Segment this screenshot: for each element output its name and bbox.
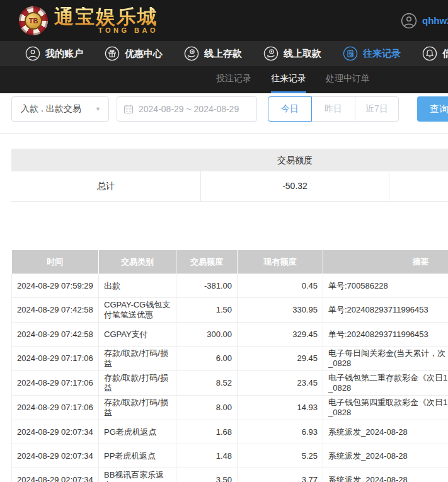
records-table: 时间 交易类别 交易额度 现有额度 摘要 2024-08-29 07:59:29… xyxy=(11,250,448,482)
cell-type: 存款/取款/打码/损益 xyxy=(99,371,176,396)
summary-header-empty xyxy=(11,149,200,171)
col-balance: 现有额度 xyxy=(238,250,323,274)
transaction-type-select[interactable]: 入款 . 出款交易 ▼ xyxy=(11,96,109,122)
col-time: 时间 xyxy=(12,250,99,274)
bell-icon xyxy=(422,46,437,61)
cell-balance: 330.95 xyxy=(238,298,323,323)
nav-item-transaction-records[interactable]: 往来记录 xyxy=(343,46,401,61)
summary-header-empty2 xyxy=(389,149,448,171)
table-row: 2024-08-29 02:07:34 PP老虎机返点 1.48 5.25 系统… xyxy=(12,444,448,468)
cell-time: 2024-08-29 07:59:29 xyxy=(12,274,99,298)
quick-range-group: 今日 昨日 近7日 xyxy=(268,96,399,122)
date-range-value: 2024-08-29 ~ 2024-08-29 xyxy=(139,104,239,114)
cell-time: 2024-08-29 02:07:34 xyxy=(12,444,99,468)
search-button[interactable]: 查询 xyxy=(417,96,448,122)
cell-type: 存款/取款/打码/损益 xyxy=(99,396,176,420)
cell-balance: 29.45 xyxy=(238,347,323,371)
table-row: 2024-08-29 07:17:06 存款/取款/打码/损益 6.00 29.… xyxy=(12,347,448,371)
user-account[interactable]: qhhw2 xyxy=(401,0,448,41)
nav-label: 线上存款 xyxy=(204,48,242,60)
main-nav: 我的账户 优惠中心 线上存款 线上 xyxy=(0,41,448,66)
user-icon xyxy=(25,46,40,61)
cell-amount: 8.52 xyxy=(176,371,238,396)
tab-pending-orders[interactable]: 处理中订单 xyxy=(326,66,370,93)
summary-header-row: 交易额度 xyxy=(11,149,448,171)
cell-summary: 单号:700586228 xyxy=(323,274,448,298)
deposit-icon xyxy=(184,46,199,61)
col-type: 交易类别 xyxy=(99,250,176,274)
table-row: 2024-08-29 07:17:06 存款/取款/打码/损益 8.52 23.… xyxy=(12,371,448,396)
gift-icon xyxy=(105,46,120,61)
cell-time: 2024-08-29 02:07:34 xyxy=(12,468,99,482)
nav-label: 往来记录 xyxy=(363,48,401,60)
nav-item-deposit[interactable]: 线上存款 xyxy=(184,46,242,61)
cell-type: 出款 xyxy=(99,274,176,298)
cell-summary: 系统派发_2024-08-28 xyxy=(323,420,448,444)
logo-subtitle: TONG BAO xyxy=(54,27,158,34)
chip-badge: TB xyxy=(25,12,42,30)
col-summary: 摘要 xyxy=(323,250,448,274)
chevron-down-icon: ▼ xyxy=(95,106,101,112)
cell-type: 存款/取款/打码/损益 xyxy=(99,347,176,371)
nav-item-messages[interactable]: 信息 xyxy=(422,46,448,61)
records-icon xyxy=(343,46,358,61)
cell-summary: 单号:202408293711996453 xyxy=(323,298,448,323)
nav-item-promotions[interactable]: 优惠中心 xyxy=(105,46,163,61)
date-range-input[interactable]: 2024-08-29 ~ 2024-08-29 xyxy=(117,96,257,122)
cell-amount: 6.00 xyxy=(176,347,238,371)
cell-summary: 系统派发_2024-08-28 xyxy=(323,444,448,468)
table-row: 2024-08-29 02:07:34 PG老虎机返点 1.68 6.93 系统… xyxy=(12,420,448,444)
cell-type: CGPAY-CG钱包支付笔笔送优惠 xyxy=(99,298,176,323)
cell-amount: 3.50 xyxy=(176,468,238,482)
cell-summary: 系统派发_2024-08-28 xyxy=(323,468,448,482)
nav-item-my-account[interactable]: 我的账户 xyxy=(25,46,83,61)
summary-total-value: -50.32 xyxy=(200,171,389,201)
cell-time: 2024-08-29 07:17:06 xyxy=(12,371,99,396)
cell-summary: 单号:202408293711996453 xyxy=(323,323,448,347)
cell-time: 2024-08-29 07:42:58 xyxy=(12,323,99,347)
cell-amount: 1.68 xyxy=(176,420,238,444)
cell-time: 2024-08-29 07:42:58 xyxy=(12,298,99,323)
table-row: 2024-08-29 07:59:29 出款 -381.00 0.45 单号:7… xyxy=(12,274,448,298)
site-logo[interactable]: TB 通宝娱乐城 TONG BAO xyxy=(19,6,158,35)
filter-bar: 入款 . 出款交易 ▼ 2024-08-29 ~ 2024-08-29 今日 昨… xyxy=(0,93,448,134)
tab-bet-records[interactable]: 投注记录 xyxy=(216,66,251,93)
nav-label: 线上取款 xyxy=(284,48,321,60)
top-bar: TB 通宝娱乐城 TONG BAO qhhw2 xyxy=(0,0,448,41)
cell-amount: 8.00 xyxy=(176,396,238,420)
withdraw-icon xyxy=(263,46,279,61)
cell-amount: 300.00 xyxy=(176,323,238,347)
cell-summary: 电子钱包第二重存款彩金《次日1 _0828 xyxy=(323,371,448,396)
cell-balance: 3.77 xyxy=(238,468,323,482)
nav-item-withdraw[interactable]: 线上取款 xyxy=(263,46,321,61)
calendar-icon xyxy=(123,104,134,114)
tab-transaction-records[interactable]: 往来记录 xyxy=(271,66,306,93)
summary-total-label: 总计 xyxy=(11,171,200,201)
yesterday-button[interactable]: 昨日 xyxy=(311,96,355,122)
nav-label: 我的账户 xyxy=(45,48,83,60)
user-avatar-icon xyxy=(401,13,417,29)
sub-nav: 投注记录 往来记录 处理中订单 xyxy=(0,66,448,93)
records-header-row: 时间 交易类别 交易额度 现有额度 摘要 xyxy=(12,250,448,274)
cell-type: PG老虎机返点 xyxy=(99,420,176,444)
table-row: 2024-08-29 07:17:06 存款/取款/打码/损益 8.00 14.… xyxy=(12,396,448,420)
cell-balance: 5.25 xyxy=(238,444,323,468)
cell-balance: 0.45 xyxy=(238,274,323,298)
table-row: 2024-08-29 07:42:58 CGPAY-CG钱包支付笔笔送优惠 1.… xyxy=(12,298,448,323)
logo-title: 通宝娱乐城 xyxy=(54,7,158,26)
today-button[interactable]: 今日 xyxy=(268,96,312,122)
summary-table: 交易额度 总计 -50.32 xyxy=(11,149,448,202)
logo-text: 通宝娱乐城 TONG BAO xyxy=(54,7,158,34)
cell-balance: 14.93 xyxy=(238,396,323,420)
last7days-button[interactable]: 近7日 xyxy=(355,96,399,122)
cell-type: CGPAY支付 xyxy=(99,323,176,347)
username: qhhw2 xyxy=(422,15,448,26)
cell-balance: 329.45 xyxy=(238,323,323,347)
summary-total-empty xyxy=(389,171,448,201)
cell-amount: 1.50 xyxy=(176,298,238,323)
summary-header-amount: 交易额度 xyxy=(200,149,389,171)
cell-amount: -381.00 xyxy=(176,274,238,298)
cell-summary: 电子钱包第四重取款彩金《次日1 _0828 xyxy=(323,396,448,420)
summary-total-row: 总计 -50.32 xyxy=(11,171,448,202)
cell-balance: 6.93 xyxy=(238,420,323,444)
